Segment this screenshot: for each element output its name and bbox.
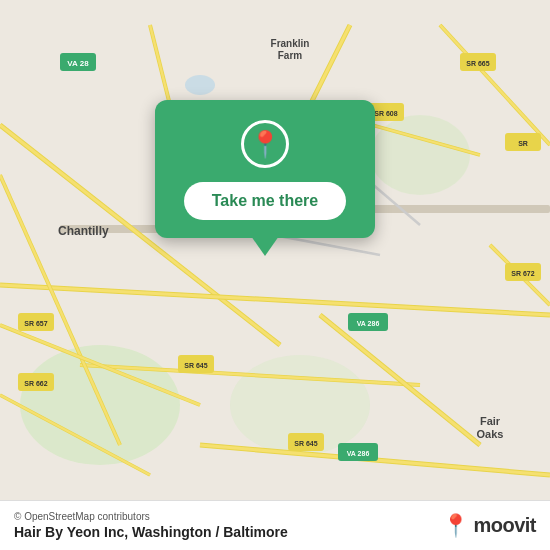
map-container: VA 28 SR 665 SR 608 SR 672 SR 657 SR 662… (0, 0, 550, 550)
location-popup: 📍 Take me there (155, 100, 375, 238)
svg-text:SR 657: SR 657 (24, 320, 47, 327)
moovit-brand-text: moovit (473, 514, 536, 537)
svg-text:VA 286: VA 286 (347, 450, 370, 457)
svg-text:SR 672: SR 672 (511, 270, 534, 277)
svg-text:VA 28: VA 28 (67, 59, 89, 68)
map-roads: VA 28 SR 665 SR 608 SR 672 SR 657 SR 662… (0, 0, 550, 550)
svg-text:Chantilly: Chantilly (58, 224, 109, 238)
svg-text:Farm: Farm (278, 50, 303, 61)
svg-text:SR: SR (518, 140, 528, 147)
svg-text:SR 645: SR 645 (184, 362, 207, 369)
bottom-info-bar: © OpenStreetMap contributors Hair By Yeo… (0, 500, 550, 550)
moovit-pin-icon: 📍 (442, 513, 469, 539)
svg-text:Oaks: Oaks (477, 428, 504, 440)
moovit-logo: 📍 moovit (442, 513, 536, 539)
place-name: Hair By Yeon Inc, Washington / Baltimore (14, 524, 288, 540)
svg-text:SR 665: SR 665 (466, 60, 489, 67)
location-pin-icon: 📍 (249, 129, 281, 160)
svg-rect-7 (350, 205, 550, 213)
svg-text:Fair: Fair (480, 415, 501, 427)
osm-attribution: © OpenStreetMap contributors (14, 511, 288, 522)
bottom-left-info: © OpenStreetMap contributors Hair By Yeo… (14, 511, 288, 540)
svg-text:Franklin: Franklin (271, 38, 310, 49)
svg-text:SR 608: SR 608 (374, 110, 397, 117)
location-icon-circle: 📍 (241, 120, 289, 168)
svg-point-5 (185, 75, 215, 95)
svg-text:SR 645: SR 645 (294, 440, 317, 447)
take-me-there-button[interactable]: Take me there (184, 182, 346, 220)
svg-text:SR 662: SR 662 (24, 380, 47, 387)
svg-text:VA 286: VA 286 (357, 320, 380, 327)
